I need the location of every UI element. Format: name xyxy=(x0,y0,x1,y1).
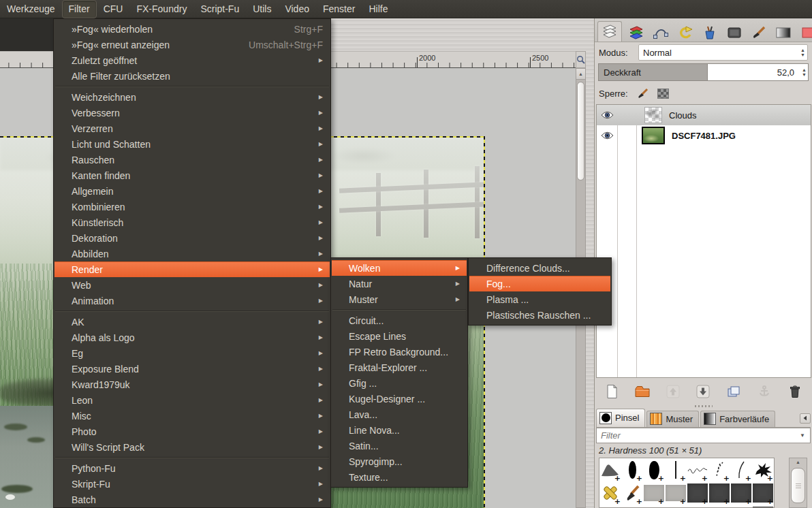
menu-item-abbilden[interactable]: Abbilden▶ xyxy=(54,246,330,261)
menubar-item-video[interactable]: Video xyxy=(278,0,316,18)
menubar-item-fx-foundry[interactable]: FX-Foundry xyxy=(129,0,193,18)
brush-texture-dark[interactable]: + xyxy=(752,481,774,505)
menu-item-allgemein[interactable]: Allgemein▶ xyxy=(54,183,330,199)
layer-row-photo[interactable]: DSCF7481.JPG xyxy=(597,125,811,146)
menu-item-fog[interactable]: Fog... xyxy=(469,276,610,291)
scroll-up-icon[interactable]: ▲ xyxy=(790,458,807,466)
brush-star[interactable]: + xyxy=(687,505,708,508)
scrollbar-thumb[interactable] xyxy=(791,468,805,503)
menu-item-kombinieren[interactable]: Kombinieren▶ xyxy=(54,199,330,215)
brush-sprayer[interactable]: + xyxy=(643,505,665,508)
menu-item-will-s-script-pack[interactable]: Will's Script Pack▶ xyxy=(54,439,330,455)
tab-muster[interactable]: Muster xyxy=(646,411,699,427)
zoom-follow-toggle[interactable] xyxy=(576,51,586,68)
menu-item-wolken[interactable]: Wolken▶ xyxy=(332,260,467,276)
layer-name[interactable]: Clouds xyxy=(669,110,696,121)
menu-item-fog-wiederholen[interactable]: »Fog« wiederholenStrg+F xyxy=(54,21,330,37)
tab-farbverlaeufe[interactable]: Farbverläufe xyxy=(700,411,775,427)
menu-item-alle-filter-zur-cksetzen[interactable]: Alle Filter zurücksetzen xyxy=(54,68,330,84)
menu-item-weichzeichnen[interactable]: Weichzeichnen▶ xyxy=(54,89,330,105)
brush-curve[interactable]: + xyxy=(730,458,752,481)
brush-texture-dark[interactable]: + xyxy=(752,505,774,508)
brush-cross-bandage[interactable]: + xyxy=(599,481,621,505)
menu-item-fraktal-explorer[interactable]: Fraktal-Explorer ... xyxy=(332,360,467,375)
dock-tab-brush[interactable] xyxy=(749,25,769,42)
menubar-item-cfu[interactable]: CFU xyxy=(97,0,130,18)
brush-texture-dark[interactable]: + xyxy=(687,481,708,505)
menu-item-muster[interactable]: Muster▶ xyxy=(332,291,467,307)
brush-thin-line[interactable]: + xyxy=(665,458,687,481)
dock-tab-channels[interactable] xyxy=(626,24,646,42)
menu-item-natur[interactable]: Natur▶ xyxy=(332,276,467,291)
brush-texture-light[interactable]: + xyxy=(643,481,665,505)
menu-item-leon[interactable]: Leon▶ xyxy=(54,392,330,408)
layer-row-clouds[interactable]: Clouds xyxy=(597,105,811,125)
menu-item-web[interactable]: Web▶ xyxy=(54,277,330,293)
dock-tab-image[interactable] xyxy=(724,25,745,42)
brush-splatter[interactable]: + xyxy=(752,458,774,481)
menu-item-plasma[interactable]: Plasma ... xyxy=(469,291,610,307)
duplicate-button[interactable] xyxy=(723,383,744,400)
lock-pixels-toggle[interactable] xyxy=(636,88,649,99)
brush-droplet[interactable]: + xyxy=(665,505,687,508)
brush-scallop[interactable]: + xyxy=(599,505,621,508)
menu-item-alpha-als-logo[interactable]: Alpha als Logo▶ xyxy=(54,330,330,345)
dock-tab-history[interactable] xyxy=(675,25,696,42)
menu-item-animation[interactable]: Animation▶ xyxy=(54,293,330,308)
layer-name[interactable]: DSCF7481.JPG xyxy=(672,131,736,141)
menubar-item-script-fu[interactable]: Script-Fu xyxy=(193,0,246,18)
menu-item-escape-lines[interactable]: Escape Lines xyxy=(332,328,467,344)
menu-item-misc[interactable]: Misc▶ xyxy=(54,408,330,424)
scrollbar-thumb[interactable] xyxy=(577,82,584,180)
menubar-item-utils[interactable]: Utils xyxy=(246,0,278,18)
brush-dock-menu-button[interactable] xyxy=(800,413,811,424)
dock-tab-paths[interactable] xyxy=(651,25,671,42)
dock-tab-layers[interactable] xyxy=(597,21,622,42)
brush-dotted-curve[interactable]: + xyxy=(708,458,730,481)
menu-item-zuletzt-ge-ffnet[interactable]: Zuletzt geöffnet▶ xyxy=(54,52,330,68)
menu-item-python-fu[interactable]: Python-Fu▶ xyxy=(54,460,330,476)
new-layer-button[interactable] xyxy=(602,383,622,400)
menu-item-texture[interactable]: Texture... xyxy=(332,469,467,485)
brush-ellipse[interactable]: + xyxy=(621,458,643,481)
scroll-up-icon[interactable]: ▲ xyxy=(576,69,585,80)
menu-item-eg[interactable]: Eg▶ xyxy=(54,345,330,361)
dock-tab-tools[interactable] xyxy=(700,25,720,42)
menu-item-gfig[interactable]: Gfig ... xyxy=(332,375,467,391)
brush-texture-dark[interactable]: + xyxy=(708,481,730,505)
menubar-item-filter[interactable]: Filter xyxy=(62,0,97,18)
menu-item-lava[interactable]: Lava... xyxy=(332,407,467,422)
dock-tab-pattern[interactable] xyxy=(798,25,812,42)
menu-item-k-nstlerisch[interactable]: Künstlerisch▶ xyxy=(54,215,330,230)
menu-item-rauschen[interactable]: Rauschen▶ xyxy=(54,152,330,168)
brush-filter-field[interactable]: ▼ xyxy=(596,428,811,443)
menu-item-licht-und-schatten[interactable]: Licht und Schatten▶ xyxy=(54,136,330,152)
menu-item-circuit[interactable]: Circuit... xyxy=(332,313,467,328)
menu-item-skript-fu[interactable]: Skript-Fu▶ xyxy=(54,476,330,492)
dock-splitter[interactable] xyxy=(595,404,812,409)
menu-item-render[interactable]: Render▶ xyxy=(54,261,330,277)
brush-filter-input[interactable] xyxy=(597,430,795,441)
menubar-item-fenster[interactable]: Fenster xyxy=(316,0,362,18)
delete-button[interactable] xyxy=(785,383,805,400)
brush-dot[interactable]: + xyxy=(708,505,730,508)
opacity-slider[interactable]: Deckkraft 52,0 ▲▼ xyxy=(598,63,809,81)
menu-item-kanten-finden[interactable]: Kanten finden▶ xyxy=(54,168,330,183)
menu-item-satin[interactable]: Satin... xyxy=(332,438,467,454)
brush-scribble[interactable]: + xyxy=(687,458,708,481)
dock-tab-gradient[interactable] xyxy=(773,25,794,42)
menu-item-fog-erneut-anzeigen[interactable]: »Fog« erneut anzeigenUmschalt+Strg+F xyxy=(54,37,330,52)
menu-item-batch[interactable]: Batch▶ xyxy=(54,492,330,507)
menu-item-ak[interactable]: AK▶ xyxy=(54,314,330,330)
brush-pencil[interactable]: + xyxy=(621,505,643,508)
brush-texture-light[interactable]: + xyxy=(665,481,687,505)
menu-item-plastisches-rauschen[interactable]: Plastisches Rauschen ... xyxy=(469,307,610,323)
menu-item-kward1979uk[interactable]: Kward1979uk▶ xyxy=(54,377,330,392)
menu-item-verzerren[interactable]: Verzerren▶ xyxy=(54,121,330,136)
menubar-item-werkzeuge[interactable]: Werkzeuge xyxy=(0,0,62,18)
visibility-eye-icon[interactable] xyxy=(597,131,617,140)
layer-mode-select[interactable]: Normal ▲▼ xyxy=(638,44,808,61)
menu-item-dekoration[interactable]: Dekoration▶ xyxy=(54,230,330,246)
menu-item-spyrogimp[interactable]: Spyrogimp... xyxy=(332,454,467,469)
visibility-eye-icon[interactable] xyxy=(597,111,617,119)
